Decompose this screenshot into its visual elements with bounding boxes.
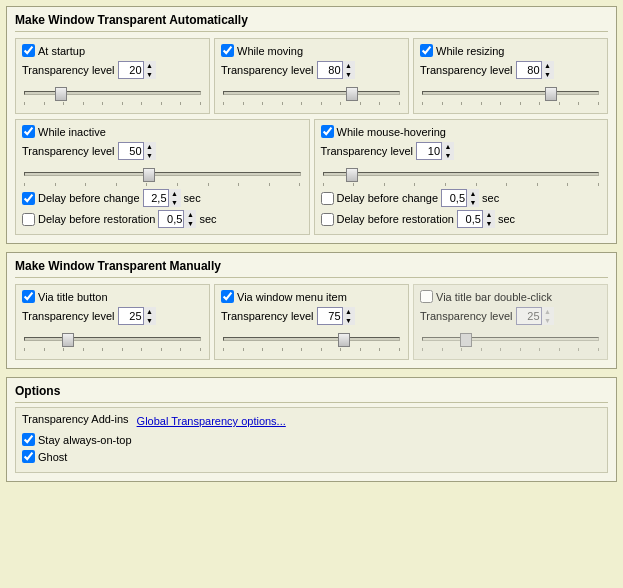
inactive-slider-thumb[interactable]: [143, 168, 155, 182]
inactive-delay-restore-input[interactable]: [159, 213, 183, 225]
menu-item-trans-row: Transparency level ▲ ▼: [221, 307, 402, 325]
resizing-slider-thumb[interactable]: [545, 87, 557, 101]
inactive-delay-change-spinner: ▲ ▼: [168, 189, 181, 207]
hovering-delay-change-spin-up[interactable]: ▲: [467, 189, 479, 198]
startup-checkbox[interactable]: [22, 44, 35, 57]
auto-col-moving: While moving Transparency level ▲ ▼: [214, 38, 409, 114]
inactive-checkbox-row: While inactive: [22, 125, 303, 138]
menu-item-slider-thumb[interactable]: [338, 333, 350, 347]
inactive-delay-restore-checkbox[interactable]: [22, 213, 35, 226]
hovering-spin-down[interactable]: ▼: [442, 151, 454, 160]
title-btn-slider-thumb[interactable]: [62, 333, 74, 347]
moving-slider-container: [221, 83, 402, 105]
startup-slider-track: [24, 91, 201, 95]
hovering-delay-restore-spin-up[interactable]: ▲: [483, 210, 495, 219]
menu-item-trans-input[interactable]: [318, 310, 342, 322]
menu-item-slider-track: [223, 337, 400, 341]
hovering-trans-input[interactable]: [417, 145, 441, 157]
inactive-delay-change-checkbox[interactable]: [22, 192, 35, 205]
hovering-label: While mouse-hovering: [337, 126, 446, 138]
resizing-checkbox[interactable]: [420, 44, 433, 57]
hovering-checkbox[interactable]: [321, 125, 334, 138]
startup-slider-thumb[interactable]: [55, 87, 67, 101]
startup-spin-down[interactable]: ▼: [144, 70, 156, 79]
resizing-spin-down[interactable]: ▼: [542, 70, 554, 79]
title-btn-slider-ticks: [24, 346, 201, 351]
title-btn-spinner: ▲ ▼: [143, 307, 156, 325]
hovering-delay-restore-spin-down[interactable]: ▼: [483, 219, 495, 228]
hovering-delay-restore-sec: sec: [498, 213, 515, 225]
ghost-checkbox[interactable]: [22, 450, 35, 463]
moving-slider-thumb[interactable]: [346, 87, 358, 101]
resizing-trans-input[interactable]: [517, 64, 541, 76]
inactive-delay-change-spin-up[interactable]: ▲: [169, 189, 181, 198]
hovering-delay-restore-input[interactable]: [458, 213, 482, 225]
inactive-delay-restore-label: Delay before restoration: [38, 213, 155, 225]
hovering-delay-change-spin-down[interactable]: ▼: [467, 198, 479, 207]
options-header-row: Transparency Add-ins Global Transparency…: [22, 413, 601, 429]
hovering-checkbox-row: While mouse-hovering: [321, 125, 602, 138]
inactive-delay-change-spin-down[interactable]: ▼: [169, 198, 181, 207]
auto-row1: At startup Transparency level ▲ ▼: [15, 38, 608, 114]
dblclick-slider-thumb: [460, 333, 472, 347]
startup-slider-ticks: [24, 100, 201, 105]
hovering-slider-thumb[interactable]: [346, 168, 358, 182]
hovering-delay-change-checkbox[interactable]: [321, 192, 334, 205]
menu-item-spin-down[interactable]: ▼: [343, 316, 355, 325]
inactive-delay-change-label: Delay before change: [38, 192, 140, 204]
global-transparency-link[interactable]: Global Transparency options...: [137, 415, 286, 427]
hovering-delay-change-input[interactable]: [442, 192, 466, 204]
menu-item-trans-box: ▲ ▼: [317, 307, 355, 325]
manual-col-menu-item: Via window menu item Transparency level …: [214, 284, 409, 360]
inactive-spin-down[interactable]: ▼: [144, 151, 156, 160]
inactive-delay-change-row: Delay before change ▲ ▼ sec: [22, 189, 303, 207]
title-btn-spin-down[interactable]: ▼: [144, 316, 156, 325]
hovering-delay-restore-box: ▲ ▼: [457, 210, 495, 228]
hovering-delay-restore-checkbox[interactable]: [321, 213, 334, 226]
startup-trans-label: Transparency level: [22, 64, 115, 76]
hovering-slider-track: [323, 172, 600, 176]
startup-trans-box: ▲ ▼: [118, 61, 156, 79]
hovering-spin-up[interactable]: ▲: [442, 142, 454, 151]
dblclick-trans-input: [517, 310, 541, 322]
menu-item-slider-ticks: [223, 346, 400, 351]
stay-always-on-top-checkbox[interactable]: [22, 433, 35, 446]
menu-item-slider-container: [221, 329, 402, 351]
menu-item-spin-up[interactable]: ▲: [343, 307, 355, 316]
inactive-trans-input[interactable]: [119, 145, 143, 157]
title-btn-trans-input[interactable]: [119, 310, 143, 322]
moving-trans-label: Transparency level: [221, 64, 314, 76]
title-btn-trans-label: Transparency level: [22, 310, 115, 322]
inactive-delay-change-box: ▲ ▼: [143, 189, 181, 207]
inactive-delay-restore-spin-up[interactable]: ▲: [184, 210, 196, 219]
menu-item-checkbox[interactable]: [221, 290, 234, 303]
inactive-checkbox[interactable]: [22, 125, 35, 138]
auto-col-resizing: While resizing Transparency level ▲ ▼: [413, 38, 608, 114]
resizing-spin-up[interactable]: ▲: [542, 61, 554, 70]
title-btn-checkbox[interactable]: [22, 290, 35, 303]
hovering-trans-box: ▲ ▼: [416, 142, 454, 160]
inactive-delay-restore-spin-down[interactable]: ▼: [184, 219, 196, 228]
auto-section-title: Make Window Transparent Automatically: [15, 13, 608, 32]
moving-spin-down[interactable]: ▼: [343, 70, 355, 79]
inactive-trans-row: Transparency level ▲ ▼: [22, 142, 303, 160]
manual-section-title: Make Window Transparent Manually: [15, 259, 608, 278]
inactive-delay-change-input[interactable]: [144, 192, 168, 204]
inactive-spin-up[interactable]: ▲: [144, 142, 156, 151]
hovering-trans-label: Transparency level: [321, 145, 414, 157]
moving-checkbox[interactable]: [221, 44, 234, 57]
dblclick-checkbox[interactable]: [420, 290, 433, 303]
startup-spin-up[interactable]: ▲: [144, 61, 156, 70]
auto-col-startup: At startup Transparency level ▲ ▼: [15, 38, 210, 114]
hovering-trans-row: Transparency level ▲ ▼: [321, 142, 602, 160]
title-btn-spin-up[interactable]: ▲: [144, 307, 156, 316]
moving-trans-input[interactable]: [318, 64, 342, 76]
hovering-delay-restore-label: Delay before restoration: [337, 213, 454, 225]
startup-checkbox-row: At startup: [22, 44, 203, 57]
dblclick-slider-ticks: [422, 346, 599, 351]
startup-slider-container: [22, 83, 203, 105]
stay-always-on-top-label: Stay always-on-top: [38, 434, 132, 446]
startup-trans-input[interactable]: [119, 64, 143, 76]
moving-spin-up[interactable]: ▲: [343, 61, 355, 70]
menu-item-checkbox-row: Via window menu item: [221, 290, 402, 303]
